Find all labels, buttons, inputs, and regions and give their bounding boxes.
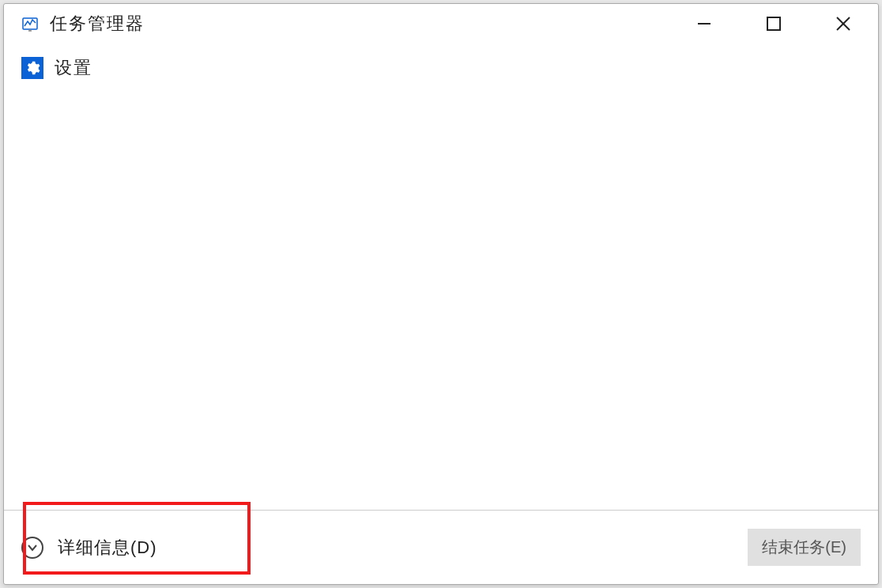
process-item[interactable]: 设置 bbox=[21, 51, 861, 85]
svg-rect-4 bbox=[767, 17, 780, 30]
task-manager-window: 任务管理器 bbox=[3, 3, 879, 585]
chevron-down-icon bbox=[21, 537, 43, 559]
end-task-button[interactable]: 结束任务(E) bbox=[748, 529, 861, 566]
maximize-icon bbox=[767, 17, 781, 31]
more-details-button[interactable]: 详细信息(D) bbox=[21, 536, 157, 560]
window-controls bbox=[669, 4, 878, 43]
titlebar[interactable]: 任务管理器 bbox=[4, 4, 878, 43]
minimize-button[interactable] bbox=[669, 4, 739, 43]
content-area: 设置 详细信息(D) 结束任务(E) bbox=[4, 43, 878, 584]
close-button[interactable] bbox=[808, 4, 878, 43]
maximize-button[interactable] bbox=[739, 4, 808, 43]
close-icon bbox=[835, 16, 851, 32]
minimize-icon bbox=[696, 16, 712, 32]
process-name: 设置 bbox=[55, 56, 92, 80]
process-list: 设置 bbox=[4, 43, 878, 510]
gear-icon bbox=[21, 57, 43, 79]
window-title: 任务管理器 bbox=[50, 12, 669, 36]
task-manager-icon bbox=[21, 15, 39, 32]
footer: 详细信息(D) 结束任务(E) bbox=[4, 510, 878, 584]
details-label: 详细信息(D) bbox=[58, 536, 157, 560]
